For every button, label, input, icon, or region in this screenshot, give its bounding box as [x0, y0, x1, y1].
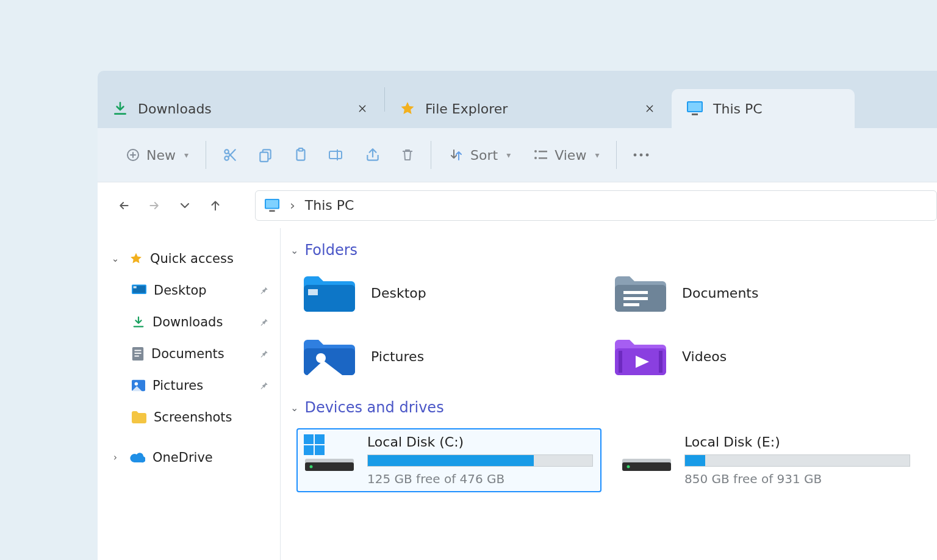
svg-rect-34	[623, 297, 648, 300]
close-icon[interactable]	[355, 101, 370, 116]
close-icon[interactable]	[642, 101, 657, 116]
more-icon	[633, 153, 650, 157]
copy-icon	[257, 147, 273, 163]
folder-documents[interactable]: Documents	[614, 268, 919, 317]
tab-downloads[interactable]: Downloads	[98, 89, 384, 128]
sidebar-onedrive[interactable]: › OneDrive	[105, 442, 273, 473]
folder-pictures[interactable]: Pictures	[303, 332, 608, 381]
drive-usage-bar	[684, 454, 910, 467]
share-button[interactable]	[355, 142, 390, 168]
drive-e[interactable]: Local Disk (E:) 850 GB free of 931 GB	[614, 428, 919, 492]
folder-desktop[interactable]: Desktop	[303, 268, 608, 317]
svg-point-50	[627, 465, 630, 468]
svg-point-16	[640, 154, 643, 157]
content-area: ⌄ Quick access Desktop	[98, 228, 937, 560]
main-panel: ⌄ Folders Desktop Documents	[281, 228, 937, 560]
drive-name: Local Disk (C:)	[367, 434, 595, 450]
sidebar-item-screenshots[interactable]: Screenshots	[128, 401, 273, 433]
rename-button[interactable]	[318, 142, 355, 168]
new-button[interactable]: New ▾	[115, 143, 199, 168]
tab-label: This PC	[713, 101, 763, 117]
tab-label: File Explorer	[425, 101, 508, 117]
trash-icon	[400, 147, 415, 163]
tab-file-explorer[interactable]: File Explorer	[385, 89, 672, 128]
rename-icon	[328, 147, 345, 163]
forward-button[interactable]	[142, 193, 167, 218]
desktop-icon	[132, 284, 146, 296]
separator	[206, 141, 206, 169]
svg-rect-23	[134, 286, 137, 288]
svg-rect-40	[659, 351, 662, 373]
videos-folder-icon	[614, 337, 667, 376]
sidebar-item-label: Desktop	[154, 283, 207, 298]
paste-button[interactable]	[283, 142, 318, 168]
sort-button[interactable]: Sort ▾	[437, 143, 522, 168]
svg-point-17	[646, 154, 649, 157]
svg-rect-46	[304, 445, 314, 455]
sidebar-item-documents[interactable]: Documents	[128, 338, 273, 370]
cut-button[interactable]	[212, 142, 248, 168]
drive-usage-bar	[367, 454, 593, 467]
svg-rect-7	[260, 153, 268, 162]
drive-details: Local Disk (C:) 125 GB free of 476 GB	[367, 434, 595, 486]
sidebar-item-downloads[interactable]: Downloads	[128, 306, 273, 338]
sidebar-item-desktop[interactable]: Desktop	[128, 275, 273, 306]
breadcrumb-separator: ›	[290, 198, 295, 213]
svg-rect-44	[304, 434, 314, 444]
svg-point-43	[310, 465, 313, 468]
sidebar-item-label: Pictures	[153, 378, 203, 393]
star-icon	[129, 252, 143, 265]
drive-c[interactable]: Local Disk (C:) 125 GB free of 476 GB	[296, 428, 601, 492]
svg-rect-14	[539, 157, 547, 159]
chevron-down-icon: ⌄	[109, 253, 122, 264]
folder-label: Desktop	[371, 285, 426, 301]
svg-point-13	[534, 157, 537, 159]
address-bar[interactable]: › This PC	[255, 190, 937, 221]
more-options-button[interactable]	[623, 148, 659, 162]
folder-videos[interactable]: Videos	[614, 332, 919, 381]
recent-locations-button[interactable]	[172, 193, 198, 218]
svg-rect-35	[623, 303, 639, 306]
copy-button[interactable]	[248, 142, 283, 168]
drive-usage-fill	[685, 455, 705, 466]
add-circle-icon	[126, 148, 140, 162]
svg-rect-30	[304, 285, 355, 312]
share-icon	[365, 147, 381, 163]
monitor-icon	[264, 198, 280, 213]
sort-button-label: Sort	[470, 148, 498, 163]
drive-icon	[620, 434, 673, 473]
tab-bar: Downloads File Explorer This PC	[98, 71, 937, 128]
scissors-icon	[222, 147, 238, 163]
tab-this-pc[interactable]: This PC	[672, 89, 855, 128]
clipboard-icon	[293, 147, 309, 163]
section-folders-header[interactable]: ⌄ Folders	[288, 239, 937, 261]
section-drives-header[interactable]: ⌄ Devices and drives	[288, 397, 937, 418]
view-icon	[533, 148, 548, 162]
chevron-down-icon: ⌄	[290, 245, 298, 256]
svg-rect-33	[623, 291, 648, 294]
pin-icon	[258, 380, 269, 391]
svg-point-29	[135, 382, 138, 386]
back-button[interactable]	[111, 193, 137, 218]
folders-grid: Desktop Documents Pictures	[288, 261, 937, 397]
view-button[interactable]: View ▾	[522, 143, 610, 168]
delete-button[interactable]	[390, 142, 425, 168]
svg-rect-10	[329, 151, 342, 159]
section-label: Devices and drives	[304, 399, 443, 416]
monitor-icon	[686, 101, 703, 117]
breadcrumb-location[interactable]: This PC	[305, 198, 354, 213]
sidebar-quick-access[interactable]: ⌄ Quick access	[105, 243, 273, 275]
up-button[interactable]	[203, 193, 228, 218]
drives-grid: Local Disk (C:) 125 GB free of 476 GB	[288, 418, 937, 492]
tab-label: Downloads	[138, 101, 212, 117]
chevron-right-icon: ›	[109, 452, 122, 463]
svg-rect-1	[688, 102, 702, 111]
separator	[616, 141, 617, 169]
drive-details: Local Disk (E:) 850 GB free of 931 GB	[684, 434, 913, 486]
svg-rect-19	[266, 199, 278, 207]
chevron-down-icon: ⌄	[290, 402, 298, 414]
chevron-down-icon: ▾	[595, 150, 599, 160]
view-button-label: View	[555, 148, 586, 163]
documents-icon	[132, 347, 144, 361]
sidebar-item-pictures[interactable]: Pictures	[128, 370, 273, 401]
